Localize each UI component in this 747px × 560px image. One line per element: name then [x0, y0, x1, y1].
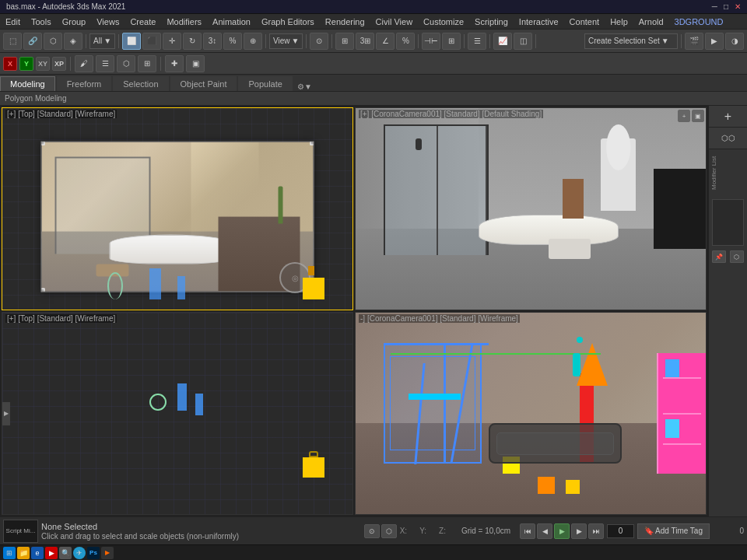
angsnap-btn[interactable]: ∠ — [376, 33, 395, 50]
menu-edit[interactable]: Edit — [0, 16, 26, 28]
axis-x-btn[interactable]: X — [3, 57, 17, 71]
frame-input[interactable] — [607, 524, 634, 538]
rp-funnel-btn[interactable]: ⬡ — [730, 250, 744, 263]
menu-group[interactable]: Group — [57, 16, 92, 28]
move-btn[interactable]: ✛ — [163, 33, 181, 50]
menu-views[interactable]: Views — [91, 16, 124, 28]
tab-settings-gear[interactable]: ⚙▼ — [297, 82, 312, 91]
app-title: bas.max - Autodesk 3ds Max 2021 — [6, 2, 125, 11]
render-setup-btn[interactable]: 🎬 — [685, 33, 703, 50]
viewport-image-plane[interactable] — [41, 141, 314, 292]
filter-dropdown[interactable]: All ▼ — [89, 33, 115, 49]
menu-tools[interactable]: Tools — [26, 16, 57, 28]
close-btn[interactable]: ✕ — [735, 2, 741, 11]
refcoord-btn[interactable]: ⊕ — [244, 33, 262, 50]
tab-selection[interactable]: Selection — [113, 76, 168, 91]
bind-btn[interactable]: ◈ — [64, 33, 82, 50]
scale-uniform-btn[interactable]: 3↕ — [203, 33, 222, 50]
rp-add-btn[interactable]: + — [709, 106, 747, 128]
filter-arrow: ▼ — [103, 37, 111, 45]
viewport-bottom-left[interactable]: [+] [Top] [Standard] [Wireframe] ▶ — [2, 312, 353, 515]
select-obj-btn[interactable]: ⬜ — [122, 33, 141, 50]
align-btn[interactable]: ⊞ — [442, 33, 461, 50]
menu-modifiers[interactable]: Modifiers — [161, 16, 207, 28]
curve-editor-btn[interactable]: 📈 — [493, 33, 512, 50]
snaps-btn[interactable]: ✚ — [165, 55, 184, 72]
menu-content[interactable]: Content — [564, 16, 605, 28]
transform-type-in[interactable]: ▣ — [186, 55, 205, 72]
next-frame-btn[interactable]: ▶ — [571, 523, 587, 539]
sep8 — [489, 34, 490, 48]
snap-3d-btn[interactable]: 3⊞ — [356, 33, 374, 50]
link-btn[interactable]: 🔗 — [23, 33, 42, 50]
menu-scripting[interactable]: Scripting — [469, 16, 514, 28]
play-btn[interactable]: ▶ — [554, 523, 570, 539]
obj-props-btn[interactable]: ☰ — [96, 55, 114, 72]
tab-object-paint[interactable]: Object Paint — [170, 76, 237, 91]
rp-view-btn[interactable]: ⬡⬡ — [709, 128, 747, 149]
layer-btn[interactable]: ☰ — [468, 33, 486, 50]
viewport-top-right[interactable]: [+] [CoronaCamera001] [Standard] [Defaul… — [355, 107, 707, 310]
menu-arnold[interactable]: Arnold — [633, 16, 669, 28]
axis-xy-btn[interactable]: XY — [36, 57, 50, 71]
region-select-btn[interactable]: ⬛ — [142, 33, 161, 50]
taskbar-folder-btn[interactable]: 📁 — [17, 547, 30, 559]
goto-end-btn[interactable]: ⏭ — [588, 523, 604, 539]
mirror-btn[interactable]: ⊣⊢ — [422, 33, 440, 50]
handle-tl[interactable] — [41, 141, 45, 145]
select-btn[interactable]: ⬚ — [3, 33, 22, 50]
taskbar-media2-btn[interactable]: ▶ — [101, 547, 114, 559]
tab-populate[interactable]: Populate — [238, 76, 292, 91]
taskbar-explorer-btn[interactable]: e — [31, 547, 44, 559]
axis-xp-btn[interactable]: XP — [52, 57, 66, 71]
menu-help[interactable]: Help — [605, 16, 633, 28]
wire-btn[interactable]: ⬡ — [117, 55, 135, 72]
maximize-btn[interactable]: □ — [724, 2, 728, 11]
vp-nav-btn1[interactable]: ⊙ — [364, 524, 380, 538]
axis-y-btn[interactable]: Y — [19, 57, 33, 71]
vp-shading-btn[interactable]: ▣ — [692, 110, 704, 122]
taskbar-media-btn[interactable]: ▶ — [45, 547, 58, 559]
tab-freeform[interactable]: Freeform — [57, 76, 112, 91]
menu-civil-view[interactable]: Civil View — [370, 16, 418, 28]
menu-customize[interactable]: Customize — [418, 16, 469, 28]
render-btn[interactable]: ▶ — [705, 33, 724, 50]
handle-tr[interactable] — [310, 141, 314, 145]
viewport-bottom-right[interactable]: -] [CoronaCamera001] [Standard] [Wirefra… — [355, 312, 707, 515]
menu-animation[interactable]: Animation — [207, 16, 256, 28]
unlink-btn[interactable]: ⬡ — [44, 33, 62, 50]
taskbar-ps-btn[interactable]: Ps — [87, 547, 100, 559]
active-shade-btn[interactable]: ◑ — [725, 33, 744, 50]
menu-create[interactable]: Create — [124, 16, 161, 28]
selection-set-dropdown[interactable]: Create Selection Set ▼ — [584, 33, 678, 49]
goto-start-btn[interactable]: ⏮ — [520, 523, 535, 539]
rotate-btn[interactable]: ↻ — [183, 33, 202, 50]
menu-rendering[interactable]: Rendering — [320, 16, 370, 28]
handle-bl[interactable] — [41, 288, 45, 292]
snap-2d-btn[interactable]: ⊞ — [335, 33, 354, 50]
tab-modeling[interactable]: Modeling — [0, 76, 55, 91]
sep11 — [70, 57, 71, 71]
paint-btn[interactable]: 🖌 — [75, 55, 93, 72]
schematic-btn[interactable]: ◫ — [514, 33, 532, 50]
expand-left-arrow[interactable]: ▶ — [2, 402, 10, 425]
vp-maximize-btn[interactable]: + — [678, 110, 690, 122]
menu-3dground[interactable]: 3DGROUND — [669, 16, 729, 28]
taskbar-windows-btn[interactable]: ⊞ — [3, 547, 16, 559]
prev-frame-btn[interactable]: ◀ — [537, 523, 552, 539]
pctsnap-btn[interactable]: % — [396, 33, 415, 50]
taskbar-telegram-btn[interactable]: ✈ — [73, 547, 86, 559]
menu-interactive[interactable]: Interactive — [514, 16, 564, 28]
grid-btn[interactable]: ⊞ — [138, 55, 156, 72]
menu-graph-editors[interactable]: Graph Editors — [256, 16, 320, 28]
vp-nav-btn2[interactable]: ⬡ — [381, 524, 397, 538]
viewport-top-left[interactable]: [+] [Top] [Standard] [Wireframe] — [2, 107, 353, 310]
minimize-btn[interactable]: ─ — [712, 2, 717, 11]
taskbar-search-btn[interactable]: 🔍 — [59, 547, 72, 559]
rp-pin-btn[interactable]: 📌 — [712, 250, 726, 263]
add-time-tag-btn[interactable]: 🔖 Add Time Tag — [637, 523, 710, 539]
breadcrumb: Polygon Modeling — [0, 92, 747, 106]
view-dropdown[interactable]: View ▼ — [269, 33, 303, 49]
pivot-btn[interactable]: ⊙ — [310, 33, 328, 50]
scale-nonuni-btn[interactable]: % — [223, 33, 242, 50]
